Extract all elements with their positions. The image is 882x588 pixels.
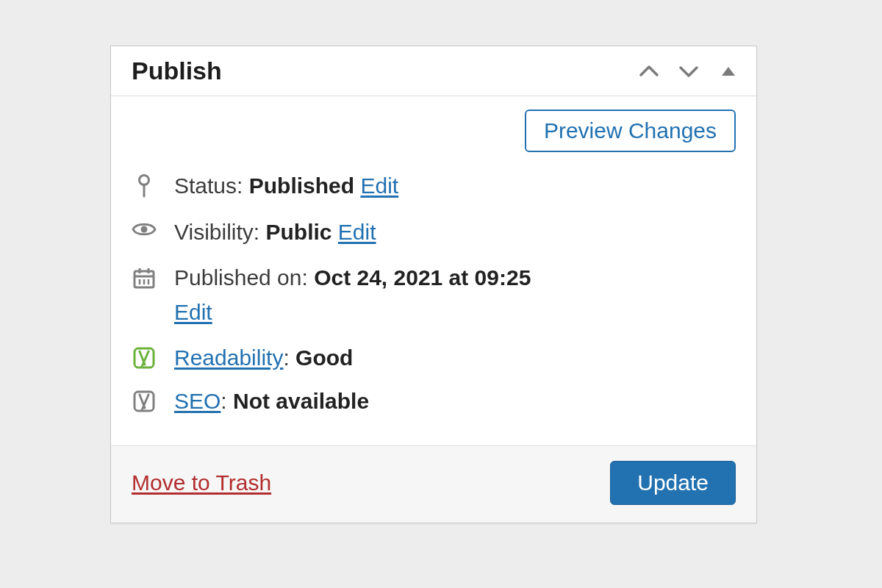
visibility-row: Visibility: Public Edit: [132, 218, 736, 248]
seo-text: SEO: Not available: [174, 387, 736, 417]
readability-row: Readability: Good: [132, 343, 736, 373]
publish-footer: Move to Trash Update: [111, 445, 756, 523]
header-controls: [639, 61, 739, 82]
status-value: Published: [249, 173, 354, 198]
publish-header: Publish: [111, 46, 756, 96]
publish-title: Publish: [132, 57, 222, 85]
published-label: Published on:: [174, 265, 308, 290]
visibility-edit-link[interactable]: Edit: [338, 220, 376, 244]
publish-body: Preview Changes Status: Published Edit: [111, 96, 756, 445]
yoast-seo-icon: [132, 387, 157, 413]
readability-text: Readability: Good: [174, 343, 736, 373]
pin-icon: [132, 171, 157, 199]
move-up-icon[interactable]: [639, 61, 659, 82]
seo-link[interactable]: SEO: [174, 389, 220, 413]
published-value: Oct 24, 2021 at 09:25: [314, 265, 531, 290]
status-label: Status:: [174, 173, 243, 198]
preview-row: Preview Changes: [132, 110, 736, 152]
move-to-trash-link[interactable]: Move to Trash: [132, 470, 271, 495]
publish-metabox: Publish Preview Changes: [110, 46, 757, 523]
seo-row: SEO: Not available: [132, 387, 736, 417]
readability-value: Good: [295, 345, 353, 370]
published-edit-link[interactable]: Edit: [174, 298, 212, 328]
eye-icon: [132, 218, 157, 238]
visibility-value: Public: [266, 220, 332, 244]
status-edit-link[interactable]: Edit: [360, 173, 398, 198]
visibility-text: Visibility: Public Edit: [174, 218, 736, 248]
visibility-label: Visibility:: [174, 220, 259, 244]
published-text: Published on: Oct 24, 2021 at 09:25 Edit: [174, 263, 736, 327]
collapse-toggle-icon[interactable]: [718, 61, 739, 82]
status-text: Status: Published Edit: [174, 171, 736, 201]
calendar-icon: [132, 263, 157, 290]
yoast-readability-icon: [132, 343, 157, 370]
status-row: Status: Published Edit: [132, 171, 736, 201]
move-down-icon[interactable]: [678, 61, 699, 82]
published-row: Published on: Oct 24, 2021 at 09:25 Edit: [132, 263, 736, 327]
seo-value: Not available: [233, 389, 369, 413]
preview-changes-button[interactable]: Preview Changes: [525, 110, 736, 152]
readability-link[interactable]: Readability: [174, 345, 283, 370]
svg-point-3: [141, 226, 148, 232]
update-button[interactable]: Update: [610, 461, 736, 505]
svg-marker-0: [722, 67, 735, 76]
